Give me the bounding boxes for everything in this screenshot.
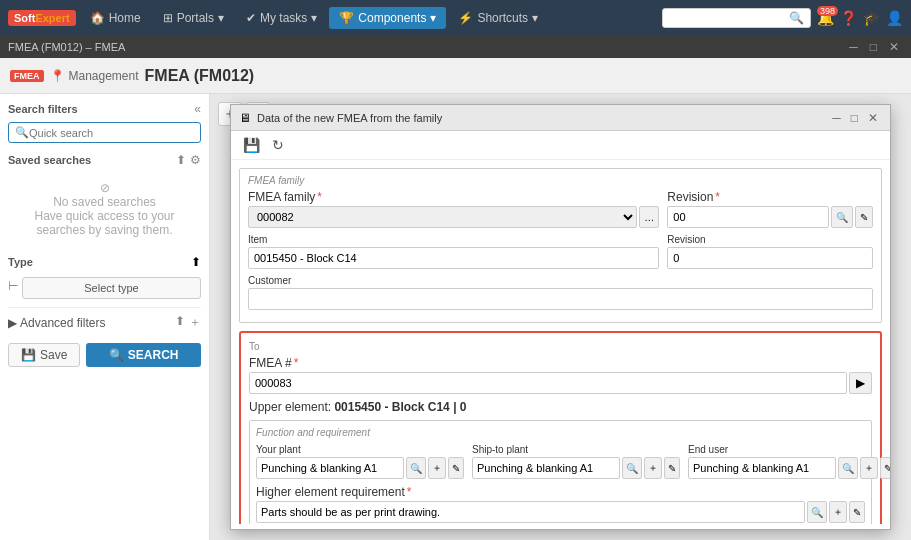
adv-plus-icon[interactable]: ＋ <box>189 314 201 331</box>
revision-input-group: 🔍 ✎ <box>667 206 873 228</box>
nav-home[interactable]: 🏠 Home <box>80 7 151 29</box>
save-button[interactable]: 💾 Save <box>8 343 80 367</box>
ship-to-plant-add-button[interactable]: ＋ <box>644 457 662 479</box>
end-user-add-button[interactable]: ＋ <box>860 457 878 479</box>
nav-mytasks[interactable]: ✔ My tasks ▾ <box>236 7 327 29</box>
modal-close-button[interactable]: ✕ <box>864 111 882 125</box>
higher-req-edit-button[interactable]: ✎ <box>849 501 865 523</box>
adv-upload-icon[interactable]: ⬆ <box>175 314 185 331</box>
mytasks-chevron-icon: ▾ <box>311 11 317 25</box>
fmea-num-row: FMEA # * ▶ <box>249 356 872 394</box>
no-saved-icon: ⊘ <box>12 181 197 195</box>
upper-element-value: 0015450 - Block C14 | 0 <box>334 400 466 414</box>
logo-expert: Expert <box>35 12 69 24</box>
modal-title: Data of the new FMEA from the family <box>257 112 822 124</box>
func-title: Function and requirement <box>256 427 865 438</box>
your-plant-label: Your plant <box>256 444 464 455</box>
modal-header-icon: 🖥 <box>239 111 251 125</box>
your-plant-search-button[interactable]: 🔍 <box>406 457 426 479</box>
content-area: ＋ ✎ 🖥 Data of the new FMEA from the fami… <box>210 94 911 540</box>
logo[interactable]: SoftExpert <box>8 10 76 26</box>
type-upload-icon[interactable]: ⬆ <box>191 255 201 269</box>
fmea-num-label: FMEA # * <box>249 356 872 370</box>
quick-search-input[interactable] <box>29 127 194 139</box>
user-avatar[interactable]: 👤 <box>886 10 903 26</box>
higher-req-input[interactable] <box>256 501 805 523</box>
your-plant-edit-button[interactable]: ✎ <box>448 457 464 479</box>
topbar: SoftExpert 🏠 Home ⊞ Portals ▾ ✔ My tasks… <box>0 0 911 36</box>
learn-button[interactable]: 🎓 <box>863 10 880 26</box>
revision-input[interactable] <box>667 206 829 228</box>
nav-portals-label: Portals <box>177 11 214 25</box>
location-icon: 📍 <box>50 69 65 83</box>
higher-req-add-button[interactable]: ＋ <box>829 501 847 523</box>
higher-req-search-button[interactable]: 🔍 <box>807 501 827 523</box>
notifications-button[interactable]: 🔔398 <box>817 10 834 26</box>
revision-label-text: Revision <box>667 190 713 204</box>
revision-search-button[interactable]: 🔍 <box>831 206 853 228</box>
no-saved: ⊘ No saved searches Have quick access to… <box>8 171 201 247</box>
modal-minimize-button[interactable]: ─ <box>828 111 845 125</box>
sidebar: Search filters « 🔍 Saved searches ⬆ ⚙ ⊘ … <box>0 94 210 540</box>
function-section: Function and requirement Your plant 🔍 ＋ … <box>249 420 872 524</box>
help-button[interactable]: ❓ <box>840 10 857 26</box>
select-type-button[interactable]: Select type <box>22 277 201 299</box>
modal-controls: ─ □ ✕ <box>828 111 882 125</box>
gear-icon[interactable]: ⚙ <box>190 153 201 167</box>
fmea-family-select[interactable]: 000082 <box>248 206 637 228</box>
fmea-badge: FMEA <box>10 70 44 82</box>
search-button[interactable]: 🔍 SEARCH <box>86 343 201 367</box>
revision2-input[interactable] <box>667 247 873 269</box>
fmea-num-field: FMEA # * ▶ <box>249 356 872 394</box>
search-input-wrap[interactable]: 🔍 <box>8 122 201 143</box>
end-user-input[interactable] <box>688 457 836 479</box>
ship-to-plant-edit-button[interactable]: ✎ <box>664 457 680 479</box>
your-plant-input[interactable] <box>256 457 404 479</box>
item-input[interactable] <box>248 247 659 269</box>
adv-filters-label[interactable]: ▶ Advanced filters <box>8 316 105 330</box>
end-user-search-button[interactable]: 🔍 <box>838 457 858 479</box>
fmea-family-field: FMEA family * 000082 … <box>248 190 659 228</box>
minimize-button[interactable]: ─ <box>845 40 862 54</box>
ship-to-plant-field: Ship-to plant 🔍 ＋ ✎ <box>472 444 680 479</box>
end-user-input-row: 🔍 ＋ ✎ <box>688 457 890 479</box>
sidebar-header: Search filters « <box>8 102 201 116</box>
search-btn-label: SEARCH <box>128 348 179 362</box>
nav-components[interactable]: 🏆 Components ▾ <box>329 7 446 29</box>
sidebar-footer: 💾 Save 🔍 SEARCH <box>8 343 201 367</box>
nav-shortcuts[interactable]: ⚡ Shortcuts ▾ <box>448 7 548 29</box>
to-section: To FMEA # * ▶ <box>239 331 882 524</box>
revision-field: Revision * 🔍 ✎ <box>667 190 873 228</box>
upload-icon[interactable]: ⬆ <box>176 153 186 167</box>
ship-to-plant-input[interactable] <box>472 457 620 479</box>
customer-input[interactable] <box>248 288 873 310</box>
ship-to-plant-input-row: 🔍 ＋ ✎ <box>472 457 680 479</box>
ship-to-plant-search-button[interactable]: 🔍 <box>622 457 642 479</box>
fmea-num-input[interactable] <box>249 372 847 394</box>
no-saved-label: No saved searches <box>12 195 197 209</box>
collapse-sidebar-button[interactable]: « <box>194 102 201 116</box>
higher-req-field: Higher element requirement * 🔍 ＋ ✎ <box>256 485 865 523</box>
modal-refresh-button[interactable]: ↻ <box>268 135 288 155</box>
revision-clear-button[interactable]: ✎ <box>855 206 873 228</box>
modal-header: 🖥 Data of the new FMEA from the family ─… <box>231 105 890 131</box>
modal-save-button[interactable]: 💾 <box>239 135 264 155</box>
topbar-search[interactable]: 🔍 <box>662 8 811 28</box>
breadcrumb: 📍 Management <box>50 69 139 83</box>
your-plant-input-row: 🔍 ＋ ✎ <box>256 457 464 479</box>
end-user-edit-button[interactable]: ✎ <box>880 457 890 479</box>
portals-icon: ⊞ <box>163 11 173 25</box>
maximize-button[interactable]: □ <box>866 40 881 54</box>
fmea-num-input-group: ▶ <box>249 372 872 394</box>
modal-maximize-button[interactable]: □ <box>847 111 862 125</box>
item-field: Item <box>248 234 659 269</box>
revision2-field: Revision <box>667 234 873 269</box>
nav-components-label: Components <box>358 11 426 25</box>
fmea-num-arrow-button[interactable]: ▶ <box>849 372 872 394</box>
your-plant-add-button[interactable]: ＋ <box>428 457 446 479</box>
close-button[interactable]: ✕ <box>885 40 903 54</box>
fmea-family-label: FMEA family * <box>248 190 659 204</box>
fmea-family-browse-button[interactable]: … <box>639 206 659 228</box>
topbar-search-input[interactable] <box>669 12 789 24</box>
nav-portals[interactable]: ⊞ Portals ▾ <box>153 7 234 29</box>
